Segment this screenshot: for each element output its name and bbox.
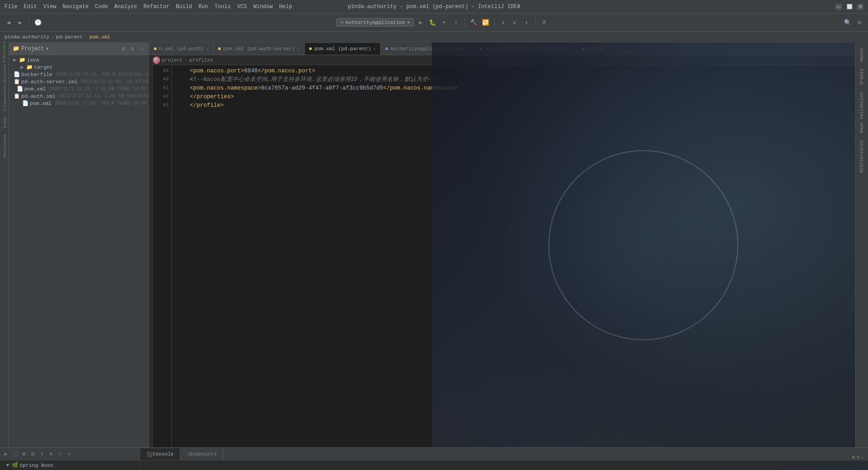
- menu-tools[interactable]: Tools: [215, 4, 231, 10]
- tab-close-icon[interactable]: ✕: [613, 47, 616, 52]
- title-bar: File Edit View Navigate Code Analyze Ref…: [0, 0, 868, 14]
- build-button[interactable]: 🔨: [469, 18, 479, 28]
- file-tree-item[interactable]: 📄pom.xml2020/11/1 22:15, 7.31 kB Today 1…: [9, 85, 149, 92]
- structure-icon[interactable]: 7:Structure: [0, 71, 9, 80]
- editor-tab[interactable]: ■pom.xml (pd-parent)✕: [305, 43, 381, 55]
- breadcrumb-file[interactable]: pom.xml: [90, 34, 110, 40]
- main-toolbar: ◀ ▶ 🕐 ⚙ AuthorityApplication ▾ ▶ 🐛 ☂ ⚡ 🔨…: [0, 14, 868, 32]
- run-service-button[interactable]: ▶: [2, 450, 10, 458]
- maven-icon[interactable]: Maven: [858, 44, 866, 65]
- project-panel-dropdown-icon[interactable]: ▾: [46, 45, 49, 52]
- maximize-button[interactable]: ⬜: [846, 4, 853, 10]
- menu-vcs[interactable]: VCS: [237, 4, 247, 10]
- file-tree-item[interactable]: 📋pd-auth-server.iml2022/2/23 12:42, 28.4…: [9, 78, 149, 85]
- group-button[interactable]: ⊕: [47, 450, 55, 458]
- file-tree-item[interactable]: 📄pom.xml2020/3/18 17:33, 782 B Today 14:…: [9, 100, 149, 107]
- editor-tab[interactable]: ■DozerAutoConfiguration.class✕: [475, 43, 578, 55]
- menu-analyze[interactable]: Analyze: [114, 4, 137, 10]
- file-tree-item[interactable]: ▶📁target: [9, 63, 149, 71]
- profile-button[interactable]: ⚡: [451, 18, 461, 28]
- jump-to-source-button[interactable]: ↗: [56, 450, 64, 458]
- editor-tab[interactable]: ■n.xml (pd-auth)✕: [149, 43, 213, 55]
- filter-button[interactable]: ▽: [38, 450, 46, 458]
- console-filter-icon[interactable]: ▽: [857, 454, 860, 460]
- tab-close-icon[interactable]: ✕: [297, 47, 299, 52]
- line-numbers: 3940414243: [153, 65, 172, 447]
- line-number: 41: [153, 84, 169, 93]
- console-output[interactable]: 2022-03-18 14:56:22.xxx ERROR 5748 --- […: [140, 461, 868, 470]
- gradle-icon[interactable]: Gradle: [858, 65, 866, 89]
- tab-icon: ■: [479, 46, 482, 52]
- settings-icon[interactable]: ⚙: [129, 45, 136, 52]
- menu-edit[interactable]: Edit: [24, 4, 37, 10]
- close-button[interactable]: ✕: [857, 4, 863, 10]
- menu-view[interactable]: View: [43, 4, 57, 10]
- run-config-label: AuthorityApplication: [345, 20, 405, 25]
- tab-close-icon[interactable]: ✕: [467, 47, 470, 52]
- menu-file[interactable]: File: [5, 4, 18, 10]
- service-tree-item[interactable]: ▼🌿Spring Boot: [0, 461, 140, 469]
- translate-button[interactable]: A: [539, 18, 549, 28]
- file-tree-item[interactable]: 📋pd-auth.iml2022/2/23 12:42, 1.07 kB Yes…: [9, 92, 149, 100]
- editor-tab[interactable]: ■pom.xml (pd-auth-server)✕: [213, 43, 304, 55]
- breadcrumb-profiles-part[interactable]: profiles: [189, 57, 213, 63]
- console-tab-label: Console: [153, 451, 174, 457]
- menu-run[interactable]: Run: [198, 4, 208, 10]
- run-with-coverage-button[interactable]: ☂: [439, 18, 449, 28]
- collapse-all-icon[interactable]: ⊟: [120, 45, 127, 52]
- bean-validation-icon[interactable]: Bean Validation: [858, 89, 866, 137]
- settings-button[interactable]: ⚙: [854, 18, 864, 28]
- toolbar-sep-1: [29, 18, 29, 27]
- add-service-button[interactable]: ＋: [65, 450, 73, 458]
- project-icon[interactable]: 1:Project: [0, 48, 9, 56]
- git-commit-button[interactable]: ✔: [510, 18, 520, 28]
- back-button[interactable]: ◀: [4, 18, 14, 28]
- code-content[interactable]: <pom.nacos.port>8848</pom.nacos.port> <!…: [172, 65, 855, 447]
- git-push-button[interactable]: ⬆: [522, 18, 532, 28]
- persistence-icon[interactable]: Persistence: [0, 142, 9, 150]
- git-update-button[interactable]: ⬇: [498, 18, 508, 28]
- expand-all-button[interactable]: ⊞: [20, 450, 28, 458]
- search-everywhere-button[interactable]: 🔍: [843, 18, 853, 28]
- breadcrumb-parent[interactable]: pd-parent: [56, 34, 83, 40]
- console-minimize-icon[interactable]: —: [861, 455, 864, 460]
- console-tab[interactable]: ⚡ Endpoints: [180, 448, 223, 460]
- run-config-selector[interactable]: ⚙ AuthorityApplication ▾: [336, 18, 414, 27]
- menu-build[interactable]: Build: [176, 4, 192, 10]
- breadcrumb-sep-2: ›: [85, 34, 88, 40]
- recent-files-button[interactable]: 🕐: [33, 18, 43, 28]
- rest-services-icon[interactable]: RESTServices: [858, 137, 866, 176]
- stop-service-button[interactable]: ⬛: [11, 450, 19, 458]
- file-tree-item[interactable]: 📄Dockerfile2020/2/14 23:23, 308 B Yester…: [9, 71, 149, 78]
- run-button[interactable]: ▶: [416, 18, 426, 28]
- tree-item-label: Dockerfile: [21, 71, 52, 77]
- menu-refactor[interactable]: Refactor: [143, 4, 170, 10]
- rebuild-button[interactable]: 🔁: [481, 18, 491, 28]
- console-gear-icon[interactable]: ⚙: [852, 454, 855, 460]
- menu-navigate[interactable]: Navigate: [62, 4, 89, 10]
- breadcrumb-project[interactable]: pinda-authority: [5, 34, 49, 40]
- gear-icon[interactable]: —: [138, 45, 145, 52]
- console-tab[interactable]: ⬛ Console: [140, 448, 180, 460]
- project-panel: 📁 Project ▾ ⊟ ⚙ — ▶📁java▶📁target📄Dockerf…: [9, 43, 149, 447]
- tab-close-icon[interactable]: ✕: [206, 47, 208, 52]
- collapse-all-button[interactable]: ⊟: [29, 450, 37, 458]
- menu-help[interactable]: Help: [279, 4, 292, 10]
- toolbar-sep-3: [494, 18, 495, 27]
- favorites-icon[interactable]: 2:Favorites: [0, 95, 9, 103]
- tabs-overflow-button[interactable]: ≫: [621, 48, 632, 55]
- editor-tab[interactable]: ■AuthorityApplication.java✕: [381, 43, 475, 55]
- debug-button[interactable]: 🐛: [428, 18, 438, 28]
- web-icon[interactable]: 3:Web: [0, 119, 9, 127]
- editor-tab[interactable]: ■biz.d...✕: [578, 43, 621, 55]
- tab-close-icon[interactable]: ✕: [571, 47, 573, 52]
- minimize-button[interactable]: —: [835, 4, 842, 10]
- breadcrumb-project-part[interactable]: project: [162, 57, 183, 63]
- console-tab-icon: ⬛: [146, 451, 153, 457]
- menu-window[interactable]: Window: [253, 4, 273, 10]
- menu-code[interactable]: Code: [95, 4, 108, 10]
- tab-close-icon[interactable]: ✕: [373, 47, 376, 52]
- services-toolbar: ▶ ⬛ ⊞ ⊟ ▽ ⊕ ↗ ＋: [0, 448, 140, 461]
- forward-button[interactable]: ▶: [15, 18, 25, 28]
- file-tree-item[interactable]: ▶📁java: [9, 56, 149, 63]
